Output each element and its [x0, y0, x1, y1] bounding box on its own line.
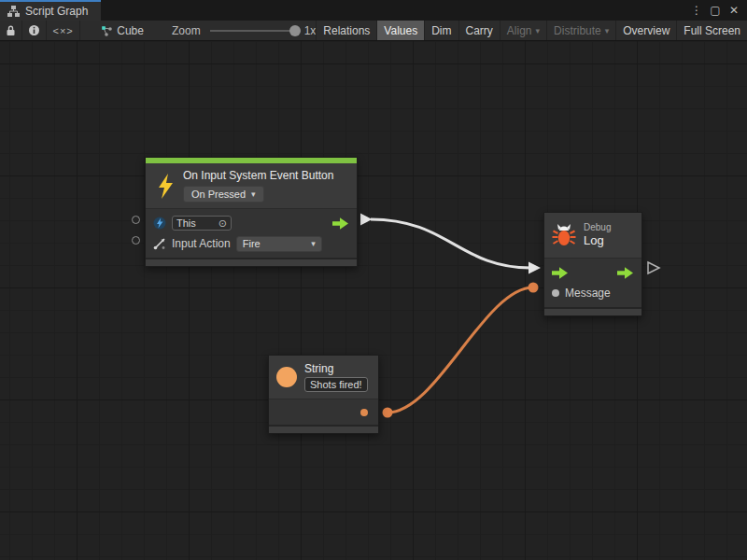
- trigger-value: On Pressed: [191, 189, 246, 200]
- string-output-port-dot[interactable]: [383, 408, 393, 418]
- chevron-down-icon: ▾: [605, 26, 610, 35]
- chevron-down-icon: ▾: [251, 189, 256, 199]
- flow-input-arrow-icon[interactable]: [552, 267, 569, 279]
- relations-button[interactable]: Relations: [316, 21, 376, 40]
- message-port-label: Message: [565, 287, 611, 300]
- tab-script-graph[interactable]: Script Graph: [0, 0, 101, 21]
- string-node-body: [269, 399, 378, 425]
- debug-node-title: Log: [584, 233, 611, 248]
- message-port-row: Message: [544, 283, 641, 303]
- info-icon: [28, 24, 40, 36]
- debug-node-category: Debug: [584, 222, 611, 234]
- node-debug-log[interactable]: Debug Log Message: [543, 212, 642, 316]
- info-button[interactable]: [22, 21, 47, 40]
- string-value-field[interactable]: Shots fired!: [304, 377, 368, 392]
- connection-string-to-message[interactable]: [388, 287, 533, 413]
- event-node-body: This ⊙ Input Action Fire ▾: [146, 208, 357, 258]
- overview-button[interactable]: Overview: [615, 21, 676, 40]
- zoom-control: Zoom 1x: [172, 21, 316, 40]
- input-action-dropdown[interactable]: Fire ▾: [236, 236, 322, 252]
- tab-title: Script Graph: [25, 5, 88, 18]
- fullscreen-label: Full Screen: [684, 24, 740, 37]
- window-tab-bar: Script Graph ⋮ ▢ ✕: [0, 0, 747, 21]
- target-label: Cube: [117, 24, 144, 37]
- window-controls: ⋮ ▢ ✕: [689, 0, 747, 21]
- flow-output-arrow-icon[interactable]: [332, 217, 349, 230]
- log-input-arrowhead: [529, 262, 541, 274]
- debug-node-body: Message: [544, 258, 641, 307]
- dim-label: Dim: [431, 24, 451, 37]
- event-node-title: On Input System Event Button: [183, 169, 333, 182]
- carry-button[interactable]: Carry: [458, 21, 500, 40]
- bug-icon: [552, 224, 576, 247]
- relations-label: Relations: [323, 24, 370, 37]
- log-output-port-triangle[interactable]: [648, 262, 659, 273]
- dim-button[interactable]: Dim: [424, 21, 458, 40]
- zoom-value: 1x: [304, 24, 317, 37]
- graph-hierarchy-icon: [7, 6, 20, 17]
- connection-event-to-log[interactable]: [371, 219, 530, 268]
- zoom-slider-handle[interactable]: [289, 25, 301, 36]
- debug-node-footer: [544, 307, 641, 315]
- values-button[interactable]: Values: [376, 21, 424, 40]
- lightning-bolt-icon: [155, 174, 176, 199]
- flow-output-arrow-icon[interactable]: [617, 267, 634, 279]
- fullscreen-button[interactable]: Full Screen: [676, 21, 747, 40]
- preview-code-button[interactable]: <×>: [47, 21, 80, 40]
- event-output-port-triangle[interactable]: [360, 214, 373, 226]
- distribute-button[interactable]: Distribute ▾: [546, 21, 615, 40]
- this-input-port[interactable]: [132, 216, 140, 224]
- event-node-footer: [146, 258, 357, 266]
- this-field-value: This: [176, 217, 196, 229]
- zoom-slider[interactable]: [210, 30, 299, 32]
- event-node-header: On Input System Event Button On Pressed …: [146, 163, 357, 208]
- chevron-down-icon: ▾: [311, 239, 316, 248]
- zoom-label: Zoom: [172, 24, 201, 37]
- close-icon[interactable]: ✕: [726, 4, 741, 17]
- action-input-port[interactable]: [132, 236, 140, 245]
- values-label: Values: [384, 24, 417, 37]
- this-object-field[interactable]: This ⊙: [172, 216, 232, 231]
- carry-label: Carry: [466, 24, 493, 37]
- input-action-row: Input Action Fire ▾: [146, 233, 357, 254]
- maximize-icon[interactable]: ▢: [708, 4, 723, 17]
- chevron-down-icon: ▾: [536, 26, 541, 35]
- flow-event-icon: [153, 217, 166, 230]
- code-icon: <×>: [52, 25, 73, 36]
- graph-toolbar: <×> Cube Zoom 1x Relations Values Dim Ca…: [0, 21, 747, 41]
- overview-label: Overview: [623, 24, 669, 37]
- message-port-dot[interactable]: [552, 289, 559, 297]
- graph-canvas[interactable]: On Input System Event Button On Pressed …: [0, 41, 747, 560]
- toolbar-toggle-buttons: Relations Values Dim Carry Align ▾ Distr…: [316, 21, 747, 40]
- window-menu-icon[interactable]: ⋮: [689, 4, 704, 17]
- align-label: Align: [507, 24, 532, 37]
- graph-target[interactable]: Cube: [101, 21, 144, 40]
- trigger-dropdown[interactable]: On Pressed ▾: [183, 186, 264, 203]
- align-button[interactable]: Align ▾: [500, 21, 546, 40]
- node-string-literal[interactable]: String Shots fired!: [268, 355, 379, 434]
- node-on-input-system-event-button[interactable]: On Input System Event Button On Pressed …: [145, 157, 358, 267]
- graph-network-icon: [101, 25, 112, 36]
- string-node-header: String Shots fired!: [269, 356, 378, 399]
- input-action-value: Fire: [243, 238, 261, 249]
- object-picker-icon[interactable]: ⊙: [218, 217, 227, 230]
- string-node-footer: [269, 425, 378, 433]
- string-type-icon: [276, 367, 297, 387]
- lock-icon: [6, 25, 16, 36]
- distribute-label: Distribute: [554, 24, 601, 37]
- log-flow-row: [544, 262, 641, 283]
- string-node-title: String: [304, 362, 368, 375]
- message-input-port-dot[interactable]: [529, 283, 539, 293]
- string-output-dot[interactable]: [360, 409, 368, 416]
- lock-button[interactable]: [0, 21, 22, 40]
- this-port-row: This ⊙: [146, 213, 357, 233]
- debug-node-header: Debug Log: [544, 213, 641, 258]
- input-action-icon: [153, 237, 166, 250]
- input-action-label: Input Action: [172, 237, 231, 250]
